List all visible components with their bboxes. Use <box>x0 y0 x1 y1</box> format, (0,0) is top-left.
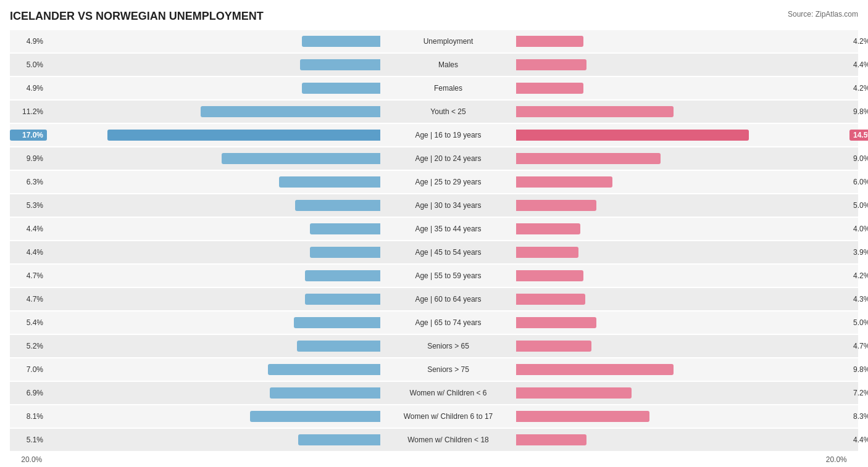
left-bar <box>270 387 380 399</box>
left-bar <box>310 247 380 258</box>
chart-row: 4.9%Females4.2% <box>10 77 858 99</box>
row-label: Age | 65 to 74 years <box>380 318 516 327</box>
right-bar-area <box>516 176 849 188</box>
left-bar-area <box>47 294 380 305</box>
left-bar <box>250 411 380 422</box>
row-label: Women w/ Children 6 to 17 <box>380 412 516 421</box>
row-label: Females <box>380 84 516 93</box>
left-bar <box>268 364 380 375</box>
chart-row: 4.7%Age | 60 to 64 years4.3% <box>10 288 858 310</box>
right-value: 5.0% <box>849 318 868 327</box>
row-label: Unemployment <box>380 37 516 46</box>
right-bar-area <box>516 36 849 47</box>
right-bar <box>516 341 591 352</box>
right-bar <box>516 364 674 375</box>
chart-row: 5.2%Seniors > 654.7% <box>10 335 858 357</box>
left-bar-area <box>47 200 380 211</box>
right-bar-area <box>516 341 849 352</box>
right-bar-area <box>516 411 849 422</box>
row-label: Seniors > 65 <box>380 342 516 350</box>
right-bar <box>516 36 583 47</box>
right-bar <box>516 317 596 328</box>
left-bar-area <box>47 106 380 117</box>
row-label: Males <box>380 60 516 69</box>
right-value: 6.0% <box>849 178 868 186</box>
left-bar-area <box>47 341 380 352</box>
row-label: Seniors > 75 <box>380 365 516 374</box>
axis-right-label: 20.0% <box>822 455 858 464</box>
chart-row: 6.3%Age | 25 to 29 years6.0% <box>10 171 858 193</box>
right-bar-area <box>516 223 849 234</box>
right-bar-area <box>516 247 849 258</box>
left-value: 5.0% <box>10 60 47 69</box>
left-bar-area <box>47 317 380 328</box>
right-bar-area <box>516 270 849 281</box>
left-bar <box>297 341 380 352</box>
right-bar <box>516 59 586 70</box>
left-bar <box>201 106 380 117</box>
right-value: 4.7% <box>849 342 868 350</box>
chart-header: ICELANDER VS NORWEGIAN UNEMPLOYMENT Sour… <box>10 10 858 23</box>
left-value: 4.7% <box>10 295 47 304</box>
left-value: 8.1% <box>10 412 47 421</box>
right-value: 9.8% <box>849 107 868 116</box>
chart-source: Source: ZipAtlas.com <box>788 10 858 19</box>
chart-row: 5.3%Age | 30 to 34 years5.0% <box>10 194 858 217</box>
left-bar-area <box>47 130 380 141</box>
right-value: 14.5% <box>849 130 868 141</box>
chart-row: 17.0%Age | 16 to 19 years14.5% <box>10 124 858 146</box>
right-value: 4.0% <box>849 225 868 233</box>
left-bar-area <box>47 83 380 94</box>
right-bar <box>516 200 596 211</box>
left-value: 4.4% <box>10 248 47 257</box>
chart-row: 6.9%Women w/ Children < 67.2% <box>10 382 858 404</box>
left-bar-area <box>47 364 380 375</box>
right-bar <box>516 294 585 305</box>
left-bar <box>279 176 380 188</box>
right-bar-area <box>516 434 849 445</box>
right-value: 5.0% <box>849 201 868 210</box>
right-bar-area <box>516 200 849 211</box>
chart-row: 5.1%Women w/ Children < 184.4% <box>10 429 858 451</box>
right-bar <box>516 106 674 117</box>
right-bar <box>516 176 612 188</box>
right-bar <box>516 223 580 234</box>
row-label: Age | 30 to 34 years <box>380 201 516 210</box>
left-value: 4.7% <box>10 271 47 280</box>
chart-row: 7.0%Seniors > 759.8% <box>10 358 858 381</box>
left-bar-area <box>47 411 380 422</box>
left-value: 11.2% <box>10 107 47 116</box>
right-bar-area <box>516 106 849 117</box>
row-label: Women w/ Children < 6 <box>380 389 516 397</box>
right-bar <box>516 270 583 281</box>
left-bar <box>294 317 380 328</box>
right-bar-area <box>516 83 849 94</box>
left-value: 4.9% <box>10 84 47 93</box>
left-bar-area <box>47 153 380 164</box>
right-bar <box>516 153 661 164</box>
right-value: 4.3% <box>849 295 868 304</box>
left-bar <box>305 294 380 305</box>
left-bar <box>222 153 380 164</box>
left-value: 17.0% <box>10 130 47 141</box>
left-value: 7.0% <box>10 365 47 374</box>
row-label: Women w/ Children < 18 <box>380 436 516 444</box>
right-bar <box>516 130 749 141</box>
left-bar <box>302 36 380 47</box>
right-bar-area <box>516 294 849 305</box>
left-value: 4.4% <box>10 225 47 233</box>
left-bar-area <box>47 270 380 281</box>
row-label: Age | 35 to 44 years <box>380 225 516 233</box>
left-bar-area <box>47 387 380 399</box>
chart-row: 8.1%Women w/ Children 6 to 178.3% <box>10 405 858 428</box>
left-bar-area <box>47 176 380 188</box>
left-value: 6.3% <box>10 178 47 186</box>
left-value: 6.9% <box>10 389 47 397</box>
right-value: 9.8% <box>849 365 868 374</box>
axis-left-label: 20.0% <box>10 455 46 464</box>
left-value: 4.9% <box>10 37 47 46</box>
right-value: 4.4% <box>849 436 868 444</box>
right-bar <box>516 83 583 94</box>
left-bar <box>300 59 380 70</box>
chart-body: 4.9%Unemployment4.2%5.0%Males4.4%4.9%Fem… <box>10 30 858 451</box>
